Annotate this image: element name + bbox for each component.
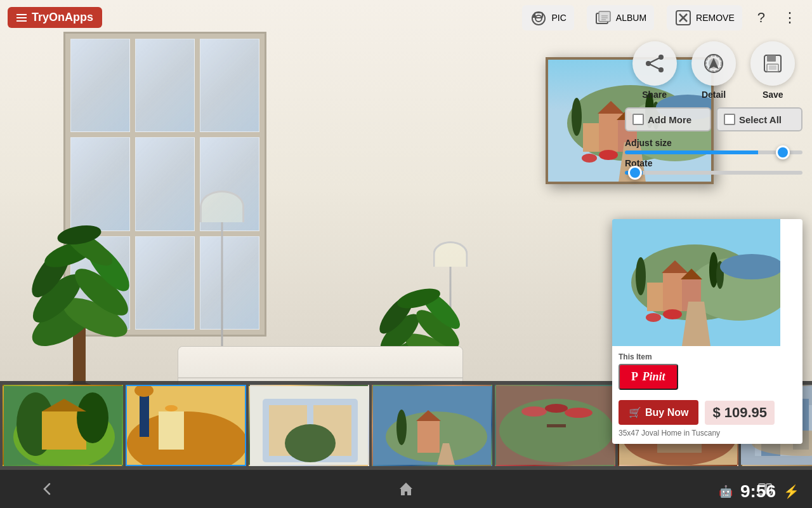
svg-point-32 [599,150,618,160]
remove-button[interactable]: REMOVE [667,5,742,30]
select-all-button[interactable]: Select All [716,107,802,131]
svg-point-79 [77,392,108,443]
android-icon: 🤖 [719,485,733,498]
save-icon [750,41,795,86]
popup-painting-thumb [612,219,780,346]
pinit-label: Pinit [643,370,665,383]
topbar-actions: PIC ALBUM REMOVE [522,5,812,30]
thumbnail-item[interactable] [3,385,123,466]
product-description: 35x47 Joval Home in Tuscany [619,429,796,438]
svg-point-68 [636,257,646,295]
svg-point-28 [572,98,582,136]
this-item-label: This Item [619,352,796,361]
select-all-checkbox [724,114,735,125]
svg-point-72 [663,309,682,319]
rotate-section: Rotate [625,158,802,175]
svg-rect-38 [532,15,536,18]
svg-rect-59 [769,65,776,70]
svg-line-50 [648,57,661,64]
bottom-nav: 🤖 9:56 ⚡ [0,470,812,508]
size-slider-track[interactable] [625,150,802,154]
adjust-size-label: Adjust size [625,138,802,148]
topbar: TryOnApps PIC [0,0,812,35]
thumbnail-item[interactable] [495,385,615,466]
select-all-label: Select All [739,114,782,125]
thumbnail-item[interactable] [249,385,369,466]
svg-rect-103 [547,424,566,427]
app-logo[interactable]: TryOnApps [8,7,102,28]
svg-rect-83 [159,411,184,450]
size-slider-thumb[interactable] [776,145,790,159]
svg-rect-85 [140,392,149,437]
svg-line-51 [648,64,661,70]
product-popup: This Item Pinit 🛒 Buy Now $ 109.95 35x47… [612,219,802,444]
svg-point-84 [165,405,178,411]
svg-point-91 [285,424,336,462]
save-action[interactable]: Save [750,41,795,100]
more-options-button[interactable]: ⋮ [780,7,799,29]
share-label: Share [642,90,667,100]
camera-icon [530,9,547,27]
rotate-slider-track[interactable] [625,171,802,175]
svg-point-33 [582,154,597,163]
add-more-label: Add More [648,114,691,125]
album-button[interactable]: ALBUM [587,5,654,30]
right-panel: Share Detail Sav [625,41,802,180]
svg-marker-126 [400,483,412,495]
add-more-button[interactable]: Add More [625,107,711,131]
svg-rect-94 [417,421,440,453]
svg-rect-67 [647,283,663,311]
thumbnail-item[interactable] [126,385,246,466]
add-select-row: Add More Select All [625,107,802,131]
svg-rect-57 [767,55,776,62]
svg-point-102 [565,408,593,418]
svg-point-96 [396,410,407,445]
window-pane [200,39,259,132]
action-buttons-row: Share Detail Sav [625,41,802,100]
buy-now-row: 🛒 Buy Now $ 109.95 [619,400,796,425]
rotate-slider-thumb[interactable] [628,166,642,180]
cart-icon: 🛒 [629,406,641,418]
detail-action[interactable]: Detail [691,41,736,100]
svg-rect-27 [583,123,599,152]
share-icon [632,41,677,86]
remove-icon [674,9,692,27]
home-button[interactable] [397,480,415,498]
rotate-label: Rotate [625,158,802,168]
menu-icon[interactable] [16,14,27,22]
pic-label: PIC [551,13,566,23]
window-pane [135,39,195,132]
album-label: ALBUM [616,13,646,23]
detail-label: Detail [702,90,726,100]
add-more-checkbox [632,114,644,125]
detail-icon [691,41,736,86]
svg-point-100 [521,406,547,417]
status-bar: 🤖 9:56 ⚡ [719,481,799,502]
window-pane [70,39,130,132]
svg-point-73 [646,313,661,322]
share-action[interactable]: Share [632,41,677,100]
buy-now-label: Buy Now [645,407,688,418]
adjust-size-section: Adjust size [625,138,802,154]
couch-back [178,347,462,378]
back-button[interactable] [38,480,56,498]
thumbnail-item[interactable] [372,385,492,466]
help-button[interactable]: ? [755,7,768,29]
save-label: Save [763,90,783,100]
svg-point-101 [545,404,568,413]
popup-content: This Item Pinit 🛒 Buy Now $ 109.95 35x47… [612,346,802,444]
app-title: TryOnApps [32,11,93,24]
clock-display: 9:56 [740,481,776,502]
album-icon [594,9,612,27]
price-display: $ 109.95 [705,401,775,425]
remove-label: REMOVE [696,13,735,23]
battery-icon: ⚡ [783,484,799,499]
pinit-button[interactable]: Pinit [619,364,678,390]
buy-now-button[interactable]: 🛒 Buy Now [619,400,698,425]
pic-button[interactable]: PIC [522,5,573,30]
